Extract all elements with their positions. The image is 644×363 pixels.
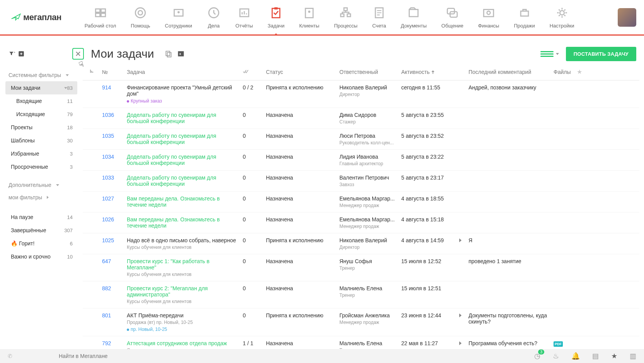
nav-accounts[interactable]: Счета <box>372 6 386 29</box>
nav-processes[interactable]: Процессы <box>334 6 358 29</box>
task-number[interactable]: 1034 <box>99 150 124 171</box>
task-responsible[interactable]: Николаев Валерий <box>339 237 395 243</box>
sidebar-item[interactable]: Проекты18 <box>5 121 77 134</box>
task-responsible[interactable]: Лидия Иванова <box>339 154 395 160</box>
task-title[interactable]: Вам переданы дела. Ознакомьтесь в течени… <box>127 216 237 229</box>
view-dropdown-icon[interactable] <box>556 53 559 55</box>
sidebar-item[interactable]: Важно и срочно10 <box>5 250 77 263</box>
sidebar-item[interactable]: Входящие11 <box>5 94 77 108</box>
table-row[interactable]: 792Аттестация сотрудников отдела продажО… <box>83 336 639 349</box>
task-number[interactable]: 882 <box>99 281 124 308</box>
task-responsible[interactable]: Валентин Петрович <box>339 175 395 181</box>
phone-icon[interactable]: ✆ <box>8 353 12 359</box>
system-filters-header[interactable]: Системные фильтры <box>5 69 77 81</box>
sidebar-item[interactable]: Избранные3 <box>5 147 77 160</box>
sidebar-item[interactable]: На паузе14 <box>5 211 77 224</box>
col-task[interactable]: Задача <box>124 63 240 80</box>
task-title[interactable]: Доделать работу по сувенирам для большой… <box>127 133 237 145</box>
task-responsible[interactable]: Малниель Елена <box>339 285 395 291</box>
nav-deals[interactable]: Дела <box>207 6 221 29</box>
task-title[interactable]: Провести курс 1: "Как работать в Мегапла… <box>127 258 237 271</box>
col-files[interactable]: Файлы <box>550 63 574 80</box>
add-box-icon[interactable] <box>18 50 25 57</box>
col-check-icon[interactable] <box>240 63 263 80</box>
task-title[interactable]: АКТ Приёма-передачи <box>127 312 237 318</box>
global-search-input[interactable] <box>59 353 534 359</box>
sidebar-item[interactable]: Просроченные3 <box>5 160 77 173</box>
close-sidebar-button[interactable] <box>72 48 84 60</box>
logo[interactable]: мегаплан <box>11 12 61 23</box>
book-icon[interactable]: ▥ <box>630 352 636 360</box>
col-responsible[interactable]: Ответственный <box>336 63 398 80</box>
nav-reports[interactable]: Отчёты <box>235 6 253 29</box>
star-icon[interactable]: ★ <box>611 352 617 360</box>
table-row[interactable]: 801АКТ Приёма-передачиПродажа (вт) пр. Н… <box>83 308 639 336</box>
create-task-button[interactable]: ПОСТАВИТЬ ЗАДАЧУ <box>566 47 636 61</box>
copy-icon[interactable] <box>165 50 172 58</box>
table-row[interactable]: 1036Доделать работу по сувенирам для бол… <box>83 108 639 129</box>
task-title[interactable]: Доделать работу по сувенирам для большой… <box>127 154 237 166</box>
table-row[interactable]: 882Провести курс 2: "Мегаплан для админи… <box>83 281 639 308</box>
nav-help[interactable]: Помощь <box>131 6 150 29</box>
task-responsible[interactable]: Емельянова Маргар... <box>339 216 395 223</box>
sidebar-item[interactable]: Завершённые307 <box>5 224 77 237</box>
task-responsible[interactable]: Януш Софья <box>339 258 395 264</box>
fire-icon[interactable]: ♨ <box>553 352 559 360</box>
task-responsible[interactable]: Гройсман Анжелика <box>339 312 395 318</box>
task-title[interactable]: Аттестация сотрудников отдела продаж <box>127 340 237 346</box>
task-title[interactable]: Финансирование проекта "Умный детский до… <box>127 84 237 97</box>
nav-desktop[interactable]: Рабочий стол <box>85 6 116 29</box>
my-filters-header[interactable]: мои фильтры <box>5 191 77 204</box>
pdf-badge[interactable]: PDF <box>554 341 563 347</box>
task-number[interactable]: 1027 <box>99 192 124 212</box>
filter-add-icon[interactable]: + <box>9 50 15 57</box>
task-number[interactable]: 801 <box>99 308 124 336</box>
nav-chat[interactable]: Общение <box>441 6 463 29</box>
nav-documents[interactable]: Документы <box>401 6 427 29</box>
col-activity[interactable]: Активность <box>398 63 456 80</box>
excel-export-icon[interactable]: x <box>177 50 185 58</box>
task-responsible[interactable]: Емельянова Маргар... <box>339 195 395 202</box>
additional-header[interactable]: Дополнительные <box>5 179 77 191</box>
task-number[interactable]: 914 <box>99 80 124 108</box>
col-number[interactable]: № <box>99 63 124 80</box>
sidebar-item[interactable]: 🔥Горит!6 <box>5 237 77 250</box>
chat-icon[interactable]: ▤ <box>592 352 599 360</box>
task-responsible[interactable]: Николаев Валерий <box>339 84 395 91</box>
table-row[interactable]: 647Провести курс 1: "Как работать в Мега… <box>83 254 639 281</box>
task-responsible[interactable]: Дима Сидоров <box>339 112 395 118</box>
task-title[interactable]: Доделать работу по сувенирам для большой… <box>127 175 237 187</box>
task-number[interactable]: 1036 <box>99 108 124 129</box>
table-row[interactable]: 1034Доделать работу по сувенирам для бол… <box>83 150 639 171</box>
task-title[interactable]: Вам переданы дела. Ознакомьтесь в течени… <box>127 195 237 208</box>
task-number[interactable]: 1026 <box>99 212 124 233</box>
nav-finance[interactable]: Финансы <box>478 6 499 29</box>
col-comment[interactable]: Последний комментарий <box>465 63 550 80</box>
col-sort-icon[interactable] <box>83 63 99 80</box>
nav-sales[interactable]: Продажи <box>514 6 535 29</box>
task-title[interactable]: Провести курс 2: "Мегаплан для администр… <box>127 285 237 298</box>
sidebar-item[interactable]: Шаблоны30 <box>5 134 77 147</box>
nav-employees[interactable]: Сотрудники <box>165 6 192 29</box>
task-number[interactable]: 1025 <box>99 233 124 254</box>
task-number[interactable]: 1035 <box>99 129 124 150</box>
table-row[interactable]: 1033Доделать работу по сувенирам для бол… <box>83 171 639 192</box>
sidebar-item[interactable]: Исходящие79 <box>5 108 77 121</box>
nav-settings[interactable]: Настройки <box>550 6 574 29</box>
task-number[interactable]: 1033 <box>99 171 124 192</box>
task-responsible[interactable]: Люси Петрова <box>339 133 395 139</box>
task-title[interactable]: Надо всё в одно письмо собрать, наверное <box>127 237 237 243</box>
table-row[interactable]: 1026Вам переданы дела. Ознакомьтесь в те… <box>83 212 639 233</box>
col-status[interactable]: Статус <box>263 63 336 80</box>
bell-icon[interactable]: 🔔 <box>571 352 580 360</box>
table-row[interactable]: 1025Надо всё в одно письмо собрать, наве… <box>83 233 639 254</box>
view-toggle-icon[interactable] <box>540 49 554 58</box>
task-number[interactable]: 792 <box>99 336 124 349</box>
table-row[interactable]: 1027Вам переданы дела. Ознакомьтесь в те… <box>83 192 639 212</box>
nav-tasks[interactable]: Задачи <box>267 6 285 29</box>
col-star[interactable]: ★ <box>574 63 639 80</box>
task-title[interactable]: Доделать работу по сувенирам для большой… <box>127 112 237 124</box>
table-row[interactable]: 1035Доделать работу по сувенирам для бол… <box>83 129 639 150</box>
sidebar-item[interactable]: Мои задачи83 <box>5 81 77 94</box>
nav-clients[interactable]: Клиенты <box>299 6 319 29</box>
